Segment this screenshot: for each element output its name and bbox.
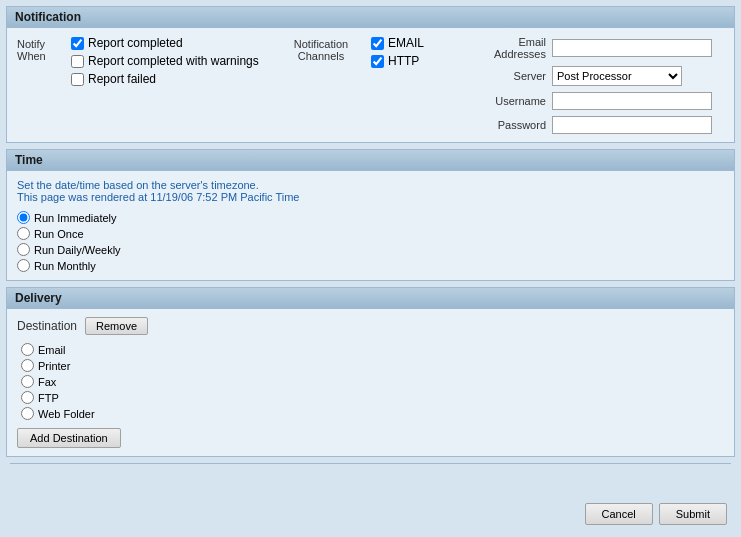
cancel-button[interactable]: Cancel — [585, 503, 653, 525]
time-radio-group: Run Immediately Run Once Run Daily/Weekl… — [17, 211, 724, 272]
time-title: Time — [15, 153, 43, 167]
main-wrapper: Notification NotifyWhen Report completed… — [0, 0, 741, 537]
radio-label-once: Run Once — [34, 228, 84, 240]
dest-radio-group: Email Printer Fax FTP Web Folder — [21, 343, 724, 420]
destination-header: Destination Remove — [17, 317, 724, 335]
dest-label-fax: Fax — [38, 376, 56, 388]
delivery-title: Delivery — [15, 291, 62, 305]
server-row: Server Post Processor — [471, 66, 712, 86]
checkbox-label-warnings: Report completed with warnings — [88, 54, 259, 68]
radio-run-once[interactable] — [17, 227, 30, 240]
checkbox-row-warnings: Report completed with warnings — [71, 54, 271, 68]
time-info-line1: Set the date/time based on the server's … — [17, 179, 724, 191]
radio-label-immediately: Run Immediately — [34, 212, 117, 224]
destination-label: Destination — [17, 319, 77, 333]
dest-label-ftp: FTP — [38, 392, 59, 404]
username-input[interactable] — [552, 92, 712, 110]
time-info-line2: This page was rendered at 11/19/06 7:52 … — [17, 191, 724, 203]
notification-section: Notification NotifyWhen Report completed… — [6, 6, 735, 143]
channels-checkboxes: EMAIL HTTP — [371, 36, 451, 68]
delivery-header: Delivery — [7, 288, 734, 309]
radio-dest-fax[interactable] — [21, 375, 34, 388]
checkbox-row-failed: Report failed — [71, 72, 271, 86]
radio-run-daily-weekly[interactable] — [17, 243, 30, 256]
radio-dest-ftp[interactable] — [21, 391, 34, 404]
radio-dest-email[interactable] — [21, 343, 34, 356]
dest-radio-fax: Fax — [21, 375, 724, 388]
password-label: Password — [471, 119, 546, 131]
checkbox-email-channel[interactable] — [371, 37, 384, 50]
dest-label-email: Email — [38, 344, 66, 356]
radio-row-daily-weekly: Run Daily/Weekly — [17, 243, 724, 256]
notification-title: Notification — [15, 10, 81, 24]
radio-label-monthly: Run Monthly — [34, 260, 96, 272]
radio-row-immediately: Run Immediately — [17, 211, 724, 224]
delivery-body: Destination Remove Email Printer Fax — [7, 309, 734, 456]
dest-label-webfolder: Web Folder — [38, 408, 95, 420]
email-settings: EmailAddresses Server Post Processor Use… — [471, 36, 712, 134]
checkbox-row-http-channel: HTTP — [371, 54, 451, 68]
notification-header: Notification — [7, 7, 734, 28]
delivery-section: Delivery Destination Remove Email Printe… — [6, 287, 735, 457]
channels-label: NotificationChannels — [281, 36, 361, 62]
notify-when-label: NotifyWhen — [17, 36, 61, 62]
checkbox-label-email-channel: EMAIL — [388, 36, 424, 50]
time-section: Time Set the date/time based on the serv… — [6, 149, 735, 281]
checkbox-report-failed[interactable] — [71, 73, 84, 86]
checkbox-row-email-channel: EMAIL — [371, 36, 451, 50]
time-info: Set the date/time based on the server's … — [17, 179, 724, 203]
checkbox-label-completed: Report completed — [88, 36, 183, 50]
dest-radio-webfolder: Web Folder — [21, 407, 724, 420]
username-row: Username — [471, 92, 712, 110]
email-addresses-row: EmailAddresses — [471, 36, 712, 60]
radio-run-immediately[interactable] — [17, 211, 30, 224]
notification-body: NotifyWhen Report completed Report compl… — [7, 28, 734, 142]
checkbox-report-warnings[interactable] — [71, 55, 84, 68]
email-addresses-input[interactable] — [552, 39, 712, 57]
time-header: Time — [7, 150, 734, 171]
radio-row-once: Run Once — [17, 227, 724, 240]
checkbox-report-completed[interactable] — [71, 37, 84, 50]
radio-dest-printer[interactable] — [21, 359, 34, 372]
divider — [10, 463, 731, 464]
password-row: Password — [471, 116, 712, 134]
notification-grid: NotifyWhen Report completed Report compl… — [17, 36, 724, 134]
checkbox-label-failed: Report failed — [88, 72, 156, 86]
dest-radio-email: Email — [21, 343, 724, 356]
email-addresses-label: EmailAddresses — [471, 36, 546, 60]
server-select[interactable]: Post Processor — [552, 66, 682, 86]
submit-button[interactable]: Submit — [659, 503, 727, 525]
dest-label-printer: Printer — [38, 360, 70, 372]
radio-run-monthly[interactable] — [17, 259, 30, 272]
checkbox-label-http-channel: HTTP — [388, 54, 419, 68]
bottom-bar: Cancel Submit — [6, 497, 735, 531]
time-body: Set the date/time based on the server's … — [7, 171, 734, 280]
radio-row-monthly: Run Monthly — [17, 259, 724, 272]
radio-dest-webfolder[interactable] — [21, 407, 34, 420]
checkbox-http-channel[interactable] — [371, 55, 384, 68]
checkbox-row-completed: Report completed — [71, 36, 271, 50]
remove-button[interactable]: Remove — [85, 317, 148, 335]
dest-radio-ftp: FTP — [21, 391, 724, 404]
notify-checkboxes: Report completed Report completed with w… — [71, 36, 271, 86]
radio-label-daily-weekly: Run Daily/Weekly — [34, 244, 121, 256]
username-label: Username — [471, 95, 546, 107]
add-destination-button[interactable]: Add Destination — [17, 428, 121, 448]
server-label: Server — [471, 70, 546, 82]
dest-radio-printer: Printer — [21, 359, 724, 372]
password-input[interactable] — [552, 116, 712, 134]
